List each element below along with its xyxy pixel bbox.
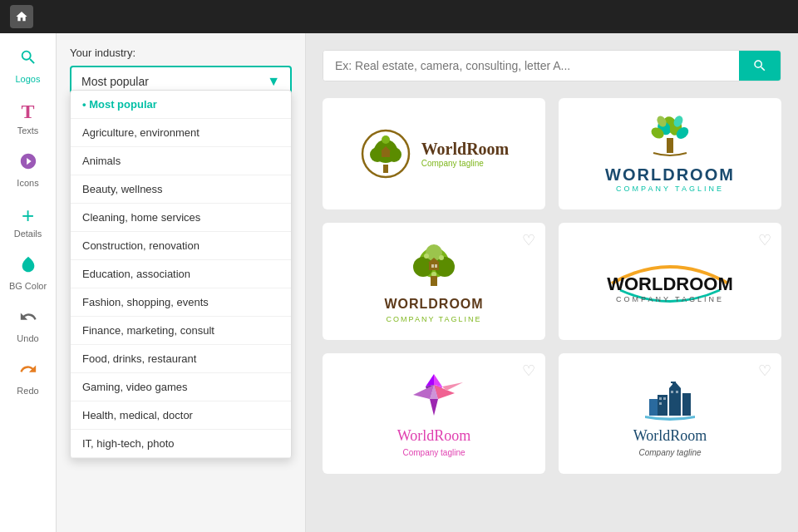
logo-icon-4: WORLDROOM COMPANY TAGLINE <box>595 259 745 304</box>
logo-tagline-2: COMPANY TAGLINE <box>605 185 735 193</box>
svg-rect-45 <box>659 397 662 400</box>
dropdown-list-scroll[interactable]: Most popularAgriculture, environmentAnim… <box>71 91 291 458</box>
search-input[interactable] <box>323 51 739 81</box>
logo-card-5[interactable]: ♡ WorldRoom Company tagline <box>323 353 545 474</box>
chevron-down-icon: ▼ <box>267 74 280 89</box>
logo-icon-1 <box>359 125 413 183</box>
svg-rect-27 <box>431 276 437 286</box>
sidebar-item-bg-color[interactable]: BG Color <box>0 247 56 299</box>
logo-tagline-6: Company tagline <box>638 448 701 457</box>
svg-marker-31 <box>426 374 434 387</box>
svg-rect-48 <box>671 391 673 393</box>
search-icon <box>19 48 37 71</box>
options-panel: Your industry: Most popular ▼ Most popul… <box>57 33 306 532</box>
undo-icon <box>19 308 37 331</box>
svg-rect-25 <box>431 264 434 268</box>
sidebar-item-redo[interactable]: Redo <box>0 352 56 404</box>
industry-label: Your industry: <box>70 47 292 59</box>
sidebar-item-undo-label: Undo <box>17 333 38 343</box>
svg-rect-46 <box>663 397 666 400</box>
sidebar-item-details-label: Details <box>14 229 42 239</box>
sidebar-item-icons-label: Icons <box>17 178 38 188</box>
svg-rect-15 <box>667 138 673 153</box>
sidebar-item-undo[interactable]: Undo <box>0 299 56 352</box>
logo-tagline-3: COMPANY TAGLINE <box>387 315 482 323</box>
dropdown-item[interactable]: Cleaning, home services <box>71 204 291 232</box>
svg-point-20 <box>424 254 429 259</box>
svg-rect-39 <box>658 395 667 416</box>
svg-rect-26 <box>435 264 437 268</box>
sidebar: Logos T Texts Icons + Details BG C <box>0 33 57 532</box>
svg-marker-30 <box>434 374 442 387</box>
home-button[interactable] <box>10 5 33 28</box>
svg-rect-41 <box>682 393 691 416</box>
search-button[interactable] <box>739 51 781 81</box>
sidebar-item-texts[interactable]: T Texts <box>0 92 56 144</box>
sidebar-item-icons[interactable]: Icons <box>0 144 56 196</box>
svg-point-5 <box>382 135 390 144</box>
logo-icon-2 <box>641 115 699 160</box>
sidebar-item-bg-color-label: BG Color <box>9 281 47 291</box>
logo-card-2[interactable]: WORLDROOM COMPANY TAGLINE <box>559 98 781 209</box>
sidebar-item-redo-label: Redo <box>17 386 38 396</box>
dropdown-item[interactable]: Finance, marketing, consult <box>71 317 291 345</box>
logo-icon-3 <box>403 239 466 293</box>
sidebar-item-details[interactable]: + Details <box>0 196 56 247</box>
plus-icon: + <box>22 204 34 226</box>
svg-text:WORLDROOM: WORLDROOM <box>607 273 733 294</box>
main-layout: Logos T Texts Icons + Details BG C <box>0 33 798 532</box>
logo-card-1[interactable]: WorldRoom Company tagline <box>323 98 545 209</box>
dropdown-selected-value: Most popular <box>81 75 149 88</box>
icons-icon <box>19 152 37 175</box>
heart-icon-5[interactable]: ♡ <box>522 362 535 380</box>
logo-card-3[interactable]: ♡ <box>323 223 545 340</box>
svg-rect-49 <box>676 391 678 393</box>
logo-brand-2: WORLDROOM <box>605 165 735 185</box>
logo-brand-3: WORLDROOM <box>384 297 483 312</box>
dropdown-item[interactable]: Agriculture, environment <box>71 119 291 147</box>
top-bar <box>0 0 798 33</box>
svg-point-21 <box>439 255 444 260</box>
logo-brand-6: WorldRoom <box>633 427 707 445</box>
svg-marker-38 <box>442 382 463 391</box>
redo-icon <box>19 360 37 383</box>
dropdown-item[interactable]: Gaming, video games <box>71 373 291 401</box>
svg-marker-34 <box>430 399 438 416</box>
sidebar-item-texts-label: Texts <box>17 126 39 135</box>
logo-icon-5 <box>401 370 467 424</box>
dropdown-item[interactable]: Education, association <box>71 260 291 288</box>
text-icon: T <box>21 101 34 123</box>
dropdown-item[interactable]: IT, high-tech, photo <box>71 430 291 458</box>
logo-icon-6 <box>637 370 703 424</box>
heart-icon-3[interactable]: ♡ <box>522 231 535 249</box>
dropdown-item[interactable]: Health, medical, doctor <box>71 401 291 430</box>
svg-rect-47 <box>659 402 662 405</box>
heart-icon-6[interactable]: ♡ <box>758 362 771 380</box>
svg-rect-7 <box>382 151 390 157</box>
logo-text-group-1: WorldRoom Company tagline <box>421 140 510 168</box>
svg-rect-42 <box>649 399 658 416</box>
dropdown-item[interactable]: Beauty, wellness <box>71 175 291 204</box>
dropdown-item[interactable]: Most popular <box>71 91 291 119</box>
dropdown-item[interactable]: Food, drinks, restaurant <box>71 345 291 373</box>
logo-tagline-1: Company tagline <box>421 159 510 168</box>
dropdown-item[interactable]: Construction, renovation <box>71 232 291 260</box>
drop-icon <box>19 255 37 278</box>
logo-inner-1: WorldRoom Company tagline <box>359 125 510 183</box>
svg-text:COMPANY TAGLINE: COMPANY TAGLINE <box>616 295 724 303</box>
sidebar-item-logos-label: Logos <box>16 74 41 84</box>
industry-dropdown-list: Most popularAgriculture, environmentAnim… <box>70 90 292 459</box>
dropdown-item[interactable]: Animals <box>71 147 291 175</box>
logo-card-6[interactable]: ♡ <box>559 353 781 474</box>
logo-card-4[interactable]: ♡ WORLDROOM COMPANY TAGLINE <box>559 223 781 340</box>
logo-text-group-2: WORLDROOM COMPANY TAGLINE <box>605 165 735 193</box>
logo-brand-5: WorldRoom <box>397 427 471 445</box>
dropdown-item[interactable]: Fashion, shopping, events <box>71 288 291 317</box>
logo-tagline-5: Company tagline <box>402 448 465 457</box>
search-bar <box>323 50 781 81</box>
logo-brand-1: WorldRoom <box>421 140 510 159</box>
sidebar-item-logos[interactable]: Logos <box>0 40 56 92</box>
content-area: WorldRoom Company tagline <box>306 33 798 532</box>
heart-icon-4[interactable]: ♡ <box>758 231 771 249</box>
svg-rect-1 <box>383 165 388 173</box>
